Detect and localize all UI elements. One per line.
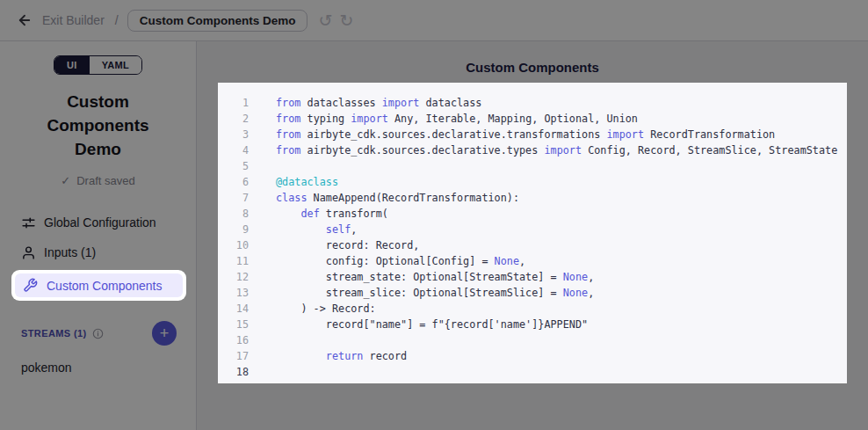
connector-builder-app: Exit Builder / Custom Components Demo ↺ … (0, 0, 868, 430)
line-number: 1 (218, 95, 249, 111)
code-text[interactable]: from dataclasses import dataclass (276, 95, 481, 111)
code-text[interactable]: from airbyte_cdk.sources.declarative.typ… (276, 142, 837, 158)
stream-item-pokemon[interactable]: pokemon (0, 361, 196, 375)
user-icon (21, 245, 36, 260)
tab-ui[interactable]: UI (54, 56, 90, 74)
line-number: 10 (218, 237, 249, 253)
line-number: 2 (218, 111, 249, 127)
info-icon[interactable] (92, 328, 104, 339)
check-icon: ✓ (61, 174, 70, 187)
line-number: 3 (218, 127, 249, 142)
sidebar-nav: Global Configuration Inputs (1) Custom C… (0, 208, 196, 302)
sidebar-item-custom-components[interactable]: Custom Components (15, 273, 183, 297)
line-number: 13 (218, 285, 249, 301)
sidebar: UI YAML Custom Components Demo ✓ Draft s… (0, 41, 197, 430)
tour-spotlight-ring: Custom Components (11, 270, 186, 301)
code-line[interactable]: 11 config: Optional[Config] = None, (218, 253, 847, 269)
line-number: 14 (218, 301, 249, 317)
code-line[interactable]: 12 stream_state: Optional[StreamState] =… (218, 269, 847, 285)
code-text[interactable]: def transform( (276, 206, 388, 222)
top-bar: Exit Builder / Custom Components Demo ↺ … (0, 0, 868, 41)
line-number: 11 (218, 253, 249, 269)
section-heading: Custom Components (466, 60, 599, 75)
code-text[interactable]: class NameAppend(RecordTransformation): (276, 190, 519, 206)
sliders-icon (21, 215, 36, 230)
line-number: 4 (218, 142, 249, 158)
code-text[interactable]: ) -> Record: (276, 301, 376, 317)
code-line[interactable]: 10 record: Record, (218, 237, 847, 253)
code-line[interactable]: 3from airbyte_cdk.sources.declarative.tr… (218, 127, 847, 142)
arrow-left-icon (17, 12, 33, 28)
code-text[interactable]: return record (276, 348, 407, 364)
sidebar-item-inputs[interactable]: Inputs (1) (0, 237, 196, 267)
code-line[interactable]: 1from dataclasses import dataclass (218, 95, 847, 111)
main-panel: Custom Components 1from dataclasses impo… (197, 41, 868, 430)
code-line[interactable]: 15 record["name"] = f"{record['name']}AP… (218, 317, 847, 332)
breadcrumb-separator: / (115, 13, 119, 27)
redo-icon[interactable]: ↻ (339, 12, 353, 29)
line-number: 6 (218, 174, 249, 190)
code-text[interactable]: record: Record, (276, 237, 419, 253)
draft-status-label: Draft saved (76, 174, 134, 187)
streams-header-label: STREAMS (1) (21, 328, 87, 339)
draft-status: ✓ Draft saved (0, 174, 196, 187)
code-text[interactable]: config: Optional[Config] = None, (276, 253, 525, 269)
line-number: 15 (218, 317, 249, 332)
sidebar-item-label: Inputs (1) (44, 245, 96, 259)
line-number: 9 (218, 222, 249, 237)
code-line[interactable]: 17 return record (218, 348, 847, 364)
code-line[interactable]: 8 def transform( (218, 206, 847, 222)
code-text[interactable]: from typing import Any, Iterable, Mappin… (276, 111, 638, 127)
project-title: Custom Components Demo (33, 90, 164, 161)
back-button[interactable] (14, 10, 35, 31)
code-line[interactable]: 13 stream_slice: Optional[StreamSlice] =… (218, 285, 847, 301)
code-line[interactable]: 2from typing import Any, Iterable, Mappi… (218, 111, 847, 127)
code-editor[interactable]: 1from dataclasses import dataclass2from … (218, 83, 847, 383)
sidebar-item-label: Global Configuration (44, 215, 156, 230)
code-text[interactable]: record["name"] = f"{record['name']}APPEN… (276, 317, 588, 332)
mode-toggle: UI YAML (0, 55, 196, 75)
code-text[interactable]: stream_state: Optional[StreamState] = No… (276, 269, 594, 285)
line-number: 17 (218, 348, 249, 364)
code-text[interactable]: self, (276, 222, 357, 237)
code-line[interactable]: 9 self, (218, 222, 847, 237)
streams-section-header: STREAMS (1) + (0, 321, 196, 346)
line-number: 7 (218, 190, 249, 206)
line-number: 8 (218, 206, 249, 222)
code-line[interactable]: 14 ) -> Record: (218, 301, 847, 317)
body-layout: UI YAML Custom Components Demo ✓ Draft s… (0, 41, 868, 430)
line-number: 12 (218, 269, 249, 285)
code-text[interactable]: from airbyte_cdk.sources.declarative.tra… (276, 127, 775, 142)
code-line[interactable]: 4from airbyte_cdk.sources.declarative.ty… (218, 142, 847, 158)
add-stream-button[interactable]: + (152, 321, 177, 346)
line-number: 18 (218, 364, 249, 380)
sidebar-item-label: Custom Components (47, 279, 163, 293)
undo-icon[interactable]: ↺ (318, 12, 332, 29)
sidebar-item-global-configuration[interactable]: Global Configuration (0, 208, 196, 237)
wrench-icon (23, 278, 38, 293)
code-line[interactable]: 6@dataclass (218, 174, 847, 190)
code-text[interactable]: @dataclass (276, 174, 338, 190)
code-text[interactable]: stream_slice: Optional[StreamSlice] = No… (276, 285, 594, 301)
line-number: 5 (218, 158, 249, 174)
exit-builder-link[interactable]: Exit Builder (42, 13, 105, 27)
project-name-input[interactable]: Custom Components Demo (127, 10, 308, 32)
code-line[interactable]: 18 (218, 364, 847, 380)
tab-yaml[interactable]: YAML (90, 56, 141, 74)
line-number: 16 (218, 332, 249, 348)
code-line[interactable]: 7class NameAppend(RecordTransformation): (218, 190, 847, 206)
history-controls: ↺ ↻ (318, 12, 353, 29)
code-line[interactable]: 5 (218, 158, 847, 174)
code-line[interactable]: 16 (218, 332, 847, 348)
